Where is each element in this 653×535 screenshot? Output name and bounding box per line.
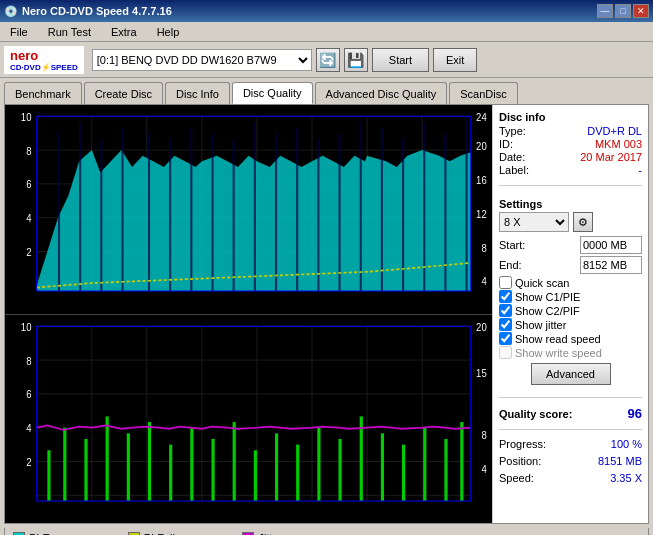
svg-rect-38	[317, 139, 319, 291]
logo-sub: CD·DVD⚡SPEED	[10, 63, 78, 72]
disc-info-section: Disc info Type: DVD+R DL ID: MKM 003 Dat…	[499, 111, 642, 177]
show-c2pif-checkbox[interactable]	[499, 304, 512, 317]
settings-icon-button[interactable]: ⚙	[573, 212, 593, 232]
tab-disc-quality[interactable]: Disc Quality	[232, 82, 313, 104]
svg-text:6.0: 6.0	[360, 296, 374, 307]
disc-id-value: MKM 003	[595, 138, 642, 150]
jitter-chart: 10 8 6 4 2 20 15 8 4	[5, 315, 492, 524]
svg-text:8: 8	[26, 355, 32, 366]
tab-bar: Benchmark Create Disc Disc Info Disc Qua…	[0, 78, 653, 104]
svg-text:2: 2	[26, 247, 31, 258]
stats-bar: PI Errors Average: 1.10 Maximum: 10 Tota…	[4, 528, 649, 535]
main-content: 10 8 6 4 2 24 20 16 12 8 4	[4, 104, 649, 524]
tab-advanced-disc-quality[interactable]: Advanced Disc Quality	[315, 82, 448, 104]
exit-button[interactable]: Exit	[433, 48, 477, 72]
quick-scan-checkbox[interactable]	[499, 276, 512, 289]
title-bar: 💿 Nero CD-DVD Speed 4.7.7.16 — □ ✕	[0, 0, 653, 22]
svg-rect-95	[317, 427, 320, 500]
svg-text:3.0: 3.0	[195, 296, 209, 307]
disc-id-row: ID: MKM 003	[499, 138, 642, 150]
device-select[interactable]: [0:1] BENQ DVD DD DW1620 B7W9	[92, 49, 312, 71]
svg-rect-84	[84, 438, 87, 500]
disc-id-label: ID:	[499, 138, 513, 150]
tab-scan-disc[interactable]: ScanDisc	[449, 82, 517, 104]
svg-text:4.0: 4.0	[250, 506, 264, 517]
tab-benchmark[interactable]: Benchmark	[4, 82, 82, 104]
svg-text:6: 6	[26, 179, 32, 190]
svg-text:16: 16	[476, 175, 487, 186]
disc-date-value: 20 Mar 2017	[580, 151, 642, 163]
show-write-speed-label: Show write speed	[515, 347, 602, 359]
show-jitter-row: Show jitter	[499, 318, 642, 331]
logo-text: nero	[10, 48, 78, 63]
quick-scan-row: Quick scan	[499, 276, 642, 289]
start-label: Start:	[499, 239, 525, 251]
menu-bar: File Run Test Extra Help	[0, 22, 653, 42]
refresh-button[interactable]: 🔄	[316, 48, 340, 72]
svg-rect-100	[423, 427, 426, 500]
start-button[interactable]: Start	[372, 48, 429, 72]
advanced-button[interactable]: Advanced	[531, 363, 611, 385]
maximize-button[interactable]: □	[615, 4, 631, 18]
show-read-speed-checkbox[interactable]	[499, 332, 512, 345]
show-write-speed-checkbox[interactable]	[499, 346, 512, 359]
tab-create-disc[interactable]: Create Disc	[84, 82, 163, 104]
svg-text:1.0: 1.0	[85, 296, 99, 307]
svg-text:2.0: 2.0	[140, 506, 154, 517]
show-read-speed-label: Show read speed	[515, 333, 601, 345]
save-button[interactable]: 💾	[344, 48, 368, 72]
svg-rect-40	[360, 122, 362, 291]
end-label: End:	[499, 259, 522, 271]
menu-extra[interactable]: Extra	[105, 24, 143, 40]
svg-rect-44	[444, 133, 446, 291]
svg-rect-32	[190, 128, 192, 291]
svg-text:3.0: 3.0	[195, 506, 209, 517]
speed-value: 3.35 X	[610, 472, 642, 484]
start-input[interactable]	[580, 236, 642, 254]
svg-rect-36	[275, 133, 277, 291]
progress-label: Progress:	[499, 438, 546, 450]
show-jitter-label: Show jitter	[515, 319, 566, 331]
show-c1pie-label: Show C1/PIE	[515, 291, 580, 303]
end-input[interactable]	[580, 256, 642, 274]
tab-disc-info[interactable]: Disc Info	[165, 82, 230, 104]
svg-text:10: 10	[21, 112, 32, 123]
svg-rect-86	[127, 433, 130, 501]
pie-chart-svg: 10 8 6 4 2 24 20 16 12 8 4	[5, 105, 492, 314]
svg-text:0.0: 0.0	[30, 296, 44, 307]
svg-rect-93	[275, 433, 278, 501]
speed-select[interactable]: 8 X	[499, 212, 569, 232]
show-jitter-checkbox[interactable]	[499, 318, 512, 331]
menu-run-test[interactable]: Run Test	[42, 24, 97, 40]
disc-label-label: Label:	[499, 164, 529, 176]
pie-chart: 10 8 6 4 2 24 20 16 12 8 4	[5, 105, 492, 315]
minimize-button[interactable]: —	[597, 4, 613, 18]
svg-text:4: 4	[481, 276, 487, 287]
menu-help[interactable]: Help	[151, 24, 186, 40]
jitter-chart-svg: 10 8 6 4 2 20 15 8 4	[5, 315, 492, 524]
separator-1	[499, 185, 642, 186]
svg-rect-90	[211, 438, 214, 500]
close-button[interactable]: ✕	[633, 4, 649, 18]
svg-rect-101	[444, 438, 447, 500]
svg-rect-45	[466, 116, 468, 291]
disc-label-value: -	[638, 164, 642, 176]
svg-rect-29	[121, 128, 123, 291]
svg-rect-94	[296, 444, 299, 500]
disc-type-value: DVD+R DL	[587, 125, 642, 137]
end-row: End:	[499, 256, 642, 274]
svg-rect-87	[148, 422, 151, 501]
svg-rect-88	[169, 444, 172, 500]
separator-2	[499, 397, 642, 398]
position-value: 8151 MB	[598, 455, 642, 467]
svg-rect-39	[338, 133, 340, 291]
quick-scan-label: Quick scan	[515, 277, 569, 289]
progress-row: Progress: 100 %	[499, 438, 642, 450]
show-c1pie-checkbox[interactable]	[499, 290, 512, 303]
svg-rect-26	[58, 133, 60, 291]
svg-rect-43	[423, 122, 425, 291]
svg-rect-37	[296, 128, 298, 291]
speed-label: Speed:	[499, 472, 534, 484]
chart-area: 10 8 6 4 2 24 20 16 12 8 4	[5, 105, 493, 523]
menu-file[interactable]: File	[4, 24, 34, 40]
